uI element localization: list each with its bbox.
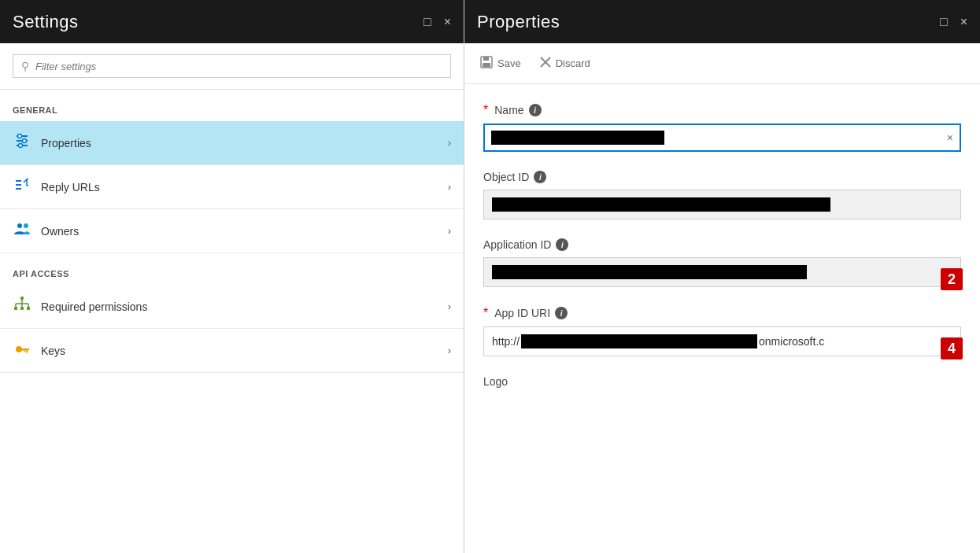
search-input[interactable] (35, 61, 442, 72)
search-wrapper: ⚲ (13, 54, 451, 78)
properties-toolbar: Save Discard (464, 43, 980, 84)
app-id-uri-field: * App ID URI i http:// onmicrosoft.c 4 (483, 306, 961, 356)
settings-panel: Settings □ × ⚲ GENERAL (0, 0, 464, 553)
sidebar-item-keys-label: Keys (41, 345, 438, 357)
app-id-uri-wrapper: http:// onmicrosoft.c 4 (483, 326, 961, 356)
svg-rect-28 (483, 63, 490, 67)
app-id-uri-required-star: * (483, 306, 488, 320)
sidebar-item-reply-urls[interactable]: Reply URLs › (0, 165, 464, 209)
svg-point-5 (19, 144, 23, 148)
app-id-uri-info-icon[interactable]: i (555, 307, 568, 319)
name-input[interactable] (483, 124, 961, 152)
svg-point-12 (24, 223, 28, 228)
object-id-input (483, 190, 961, 219)
object-id-label-row: Object ID i (483, 171, 961, 183)
reply-urls-chevron-icon: › (448, 181, 451, 193)
svg-rect-16 (27, 307, 30, 310)
svg-rect-15 (20, 307, 24, 310)
svg-point-1 (18, 135, 22, 138)
settings-titlebar-controls: □ × (423, 15, 451, 29)
object-id-field: Object ID i (483, 171, 961, 219)
svg-rect-25 (24, 351, 25, 352)
name-field: * Name i × (483, 103, 961, 152)
sidebar-item-required-permissions-label: Required permissions (41, 300, 438, 313)
step-4-badge: 4 (941, 337, 963, 359)
name-required-star: * (483, 103, 488, 117)
svg-rect-13 (20, 297, 24, 300)
properties-titlebar-controls: □ × (940, 15, 967, 29)
application-id-label-row: Application ID i (483, 238, 961, 251)
properties-close-button[interactable]: × (960, 15, 967, 29)
sidebar-item-owners[interactable]: Owners › (0, 209, 464, 253)
sidebar-item-properties[interactable]: Properties › (0, 121, 464, 165)
svg-point-3 (23, 139, 27, 143)
save-button[interactable]: Save (480, 53, 521, 74)
sliders-icon (13, 132, 31, 153)
sidebar-item-required-permissions[interactable]: Required permissions › (0, 285, 464, 329)
svg-rect-24 (26, 351, 28, 353)
owners-chevron-icon: › (448, 225, 451, 237)
settings-content: ⚲ GENERAL Properties › (0, 43, 464, 553)
discard-button[interactable]: Discard (540, 53, 590, 73)
required-permissions-chevron-icon: › (448, 300, 451, 312)
app-id-uri-label: App ID URI (494, 307, 550, 319)
name-label: Name (494, 104, 523, 116)
settings-maximize-button[interactable]: □ (423, 15, 431, 29)
search-icon: ⚲ (21, 60, 29, 72)
discard-icon (540, 57, 551, 70)
settings-close-button[interactable]: × (444, 15, 451, 29)
name-clear-button[interactable]: × (947, 131, 953, 144)
name-label-row: * Name i (483, 103, 961, 117)
app-id-uri-input: http:// onmicrosoft.c (483, 326, 961, 356)
hierarchy-icon (13, 296, 31, 317)
object-id-label: Object ID (483, 171, 529, 183)
object-id-info-icon[interactable]: i (534, 171, 546, 183)
object-id-redacted (492, 197, 830, 212)
app-id-uri-suffix: onmicrosoft.c (759, 335, 824, 348)
name-info-icon[interactable]: i (529, 104, 542, 116)
properties-chevron-icon: › (448, 137, 451, 149)
list-icon (13, 176, 31, 197)
application-id-info-icon[interactable]: i (556, 238, 568, 251)
settings-titlebar: Settings □ × (0, 0, 464, 43)
application-id-wrapper: 2 (483, 257, 961, 287)
application-id-input (483, 257, 961, 287)
step-2-badge: 2 (941, 268, 963, 290)
people-icon (13, 220, 31, 241)
properties-title: Properties (477, 12, 560, 32)
discard-label: Discard (556, 57, 590, 69)
app-id-uri-redacted (521, 334, 757, 348)
api-access-section-header: API ACCESS (0, 253, 464, 285)
svg-rect-27 (483, 57, 489, 61)
svg-rect-14 (14, 307, 17, 310)
sidebar-item-owners-label: Owners (41, 225, 438, 238)
application-id-label: Application ID (483, 238, 551, 251)
general-section-header: GENERAL (0, 90, 464, 121)
app-id-uri-label-row: * App ID URI i (483, 306, 961, 320)
svg-point-22 (16, 346, 22, 352)
logo-label: Logo (483, 375, 508, 388)
properties-titlebar: Properties □ × (464, 0, 980, 43)
properties-panel: Properties □ × Save Di (464, 0, 980, 553)
logo-label-row: Logo (483, 375, 961, 388)
save-icon (480, 56, 493, 71)
settings-title: Settings (13, 12, 79, 32)
app-id-uri-prefix: http:// (492, 335, 520, 348)
keys-chevron-icon: › (448, 345, 451, 356)
object-id-wrapper (483, 190, 961, 219)
application-id-field: Application ID i 2 (483, 238, 961, 287)
properties-form: * Name i × Object ID i (464, 84, 980, 553)
key-icon (13, 340, 31, 361)
sidebar-item-keys[interactable]: Keys › (0, 329, 464, 373)
svg-point-11 (17, 223, 22, 228)
logo-field: Logo (483, 375, 961, 388)
sidebar-item-reply-urls-label: Reply URLs (41, 181, 438, 194)
save-label: Save (497, 57, 521, 69)
name-input-wrapper: × (483, 124, 961, 152)
sidebar-item-properties-label: Properties (41, 137, 438, 149)
search-container: ⚲ (0, 43, 464, 90)
properties-maximize-button[interactable]: □ (940, 15, 948, 29)
svg-rect-23 (21, 348, 29, 351)
application-id-redacted (492, 265, 807, 279)
